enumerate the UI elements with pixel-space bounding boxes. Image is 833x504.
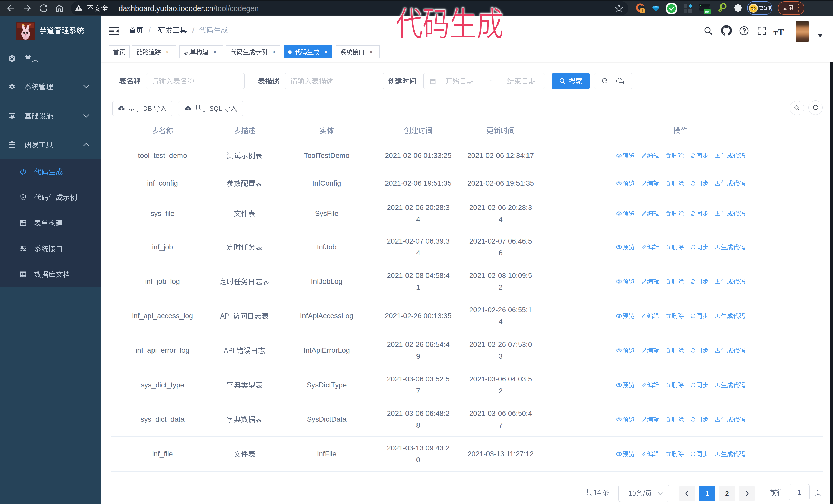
svg-text:1: 1 [641,9,643,13]
svg-text:on: on [705,10,709,14]
